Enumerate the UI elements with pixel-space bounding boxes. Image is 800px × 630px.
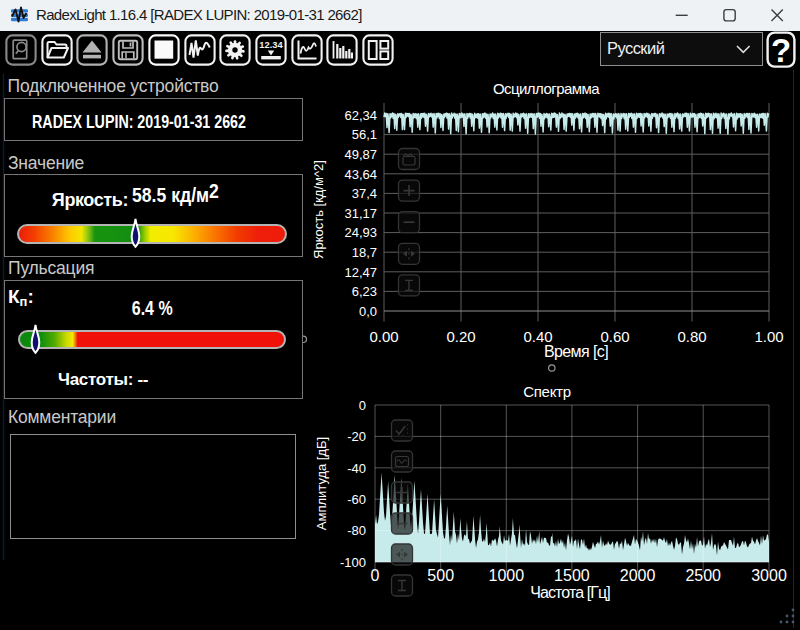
svg-text:500: 500 (427, 567, 454, 584)
svg-text:0: 0 (371, 567, 380, 584)
svg-text:-40: -40 (347, 461, 366, 476)
svg-text:12.34: 12.34 (259, 39, 283, 49)
svg-text:6,23: 6,23 (352, 284, 377, 299)
svg-text:18,7: 18,7 (352, 245, 377, 260)
svg-text:3000: 3000 (751, 567, 787, 584)
svg-text:0,0: 0,0 (359, 304, 377, 319)
svg-text:31,17: 31,17 (344, 206, 377, 221)
svg-text:1000: 1000 (489, 567, 525, 584)
svg-text:12,47: 12,47 (344, 265, 377, 280)
svg-text:Амплитуда [дБ]: Амплитуда [дБ] (314, 437, 329, 530)
svg-text:-100: -100 (340, 555, 366, 570)
svg-text:37,4: 37,4 (352, 186, 377, 201)
svg-text:24,93: 24,93 (344, 225, 377, 240)
svg-text:1.00: 1.00 (754, 328, 783, 345)
svg-text:0: 0 (359, 398, 366, 413)
svg-text:?: ? (770, 32, 790, 69)
svg-text:62,34: 62,34 (344, 108, 377, 123)
svg-text:43,64: 43,64 (344, 167, 377, 182)
svg-text:0.80: 0.80 (677, 328, 706, 345)
svg-text:-60: -60 (347, 492, 366, 507)
svg-text:0.00: 0.00 (369, 328, 398, 345)
svg-text:0.20: 0.20 (446, 328, 475, 345)
svg-text:-20: -20 (347, 429, 366, 444)
svg-text:56,1: 56,1 (352, 127, 377, 142)
svg-text:Частота [Гц]: Частота [Гц] (530, 584, 610, 601)
svg-text:Яркость [кд/м^2]: Яркость [кд/м^2] (311, 160, 326, 259)
svg-text:-80: -80 (347, 523, 366, 538)
svg-text:Время [с]: Время [с] (544, 343, 608, 360)
svg-text:2000: 2000 (620, 567, 656, 584)
svg-text:1500: 1500 (554, 567, 590, 584)
svg-text:Спектр: Спектр (523, 383, 570, 400)
svg-text:49,87: 49,87 (344, 147, 377, 162)
svg-text:Осциллограмма: Осциллограмма (493, 80, 600, 97)
svg-text:2500: 2500 (685, 567, 721, 584)
